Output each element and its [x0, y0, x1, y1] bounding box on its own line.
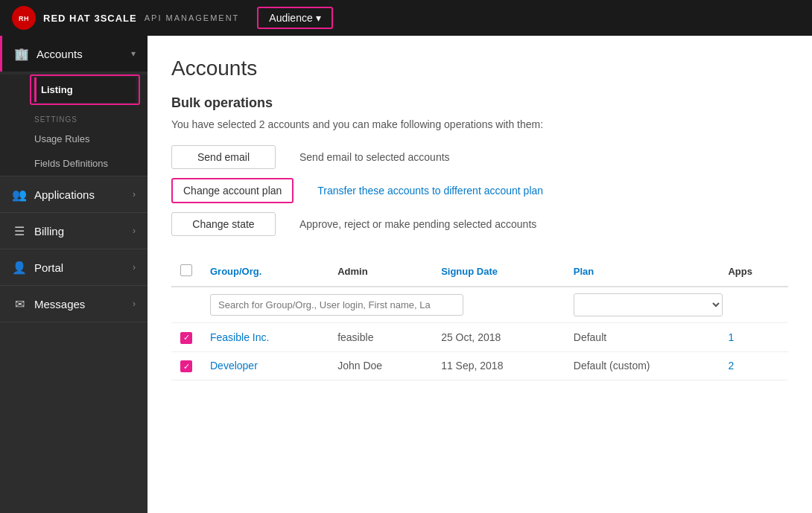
search-checkbox-cell — [171, 287, 201, 323]
brand-logo: RH — [12, 6, 36, 30]
row1-checkbox-cell: ✓ — [171, 323, 201, 352]
portal-icon: 👤 — [12, 260, 27, 275]
row2-checkbox-cell: ✓ — [171, 351, 201, 380]
messages-chevron: › — [133, 299, 136, 309]
change-state-button[interactable]: Change state — [171, 212, 276, 236]
row2-signup-date: 11 Sep, 2018 — [432, 351, 565, 380]
sidebar-section-billing: ☰ Billing › — [0, 213, 148, 249]
messages-icon: ✉ — [12, 296, 27, 311]
row1-group-link[interactable]: Feasible Inc. — [210, 331, 269, 343]
col-apps: Apps — [719, 257, 788, 287]
sidebar-applications-label: Applications — [34, 188, 95, 201]
sidebar-item-accounts[interactable]: 🏢 Accounts ▾ — [0, 36, 148, 71]
billing-chevron: › — [133, 226, 136, 236]
operation-row-send-email: Send email Send email to selected accoun… — [171, 145, 788, 169]
sidebar-section-accounts: 🏢 Accounts ▾ Listing Settings Usage Rule… — [0, 36, 148, 176]
accounts-chevron: ▾ — [131, 48, 136, 59]
sidebar-section-applications: 👥 Applications › — [0, 176, 148, 213]
col-admin: Admin — [329, 257, 432, 287]
plan-filter-select[interactable] — [574, 293, 723, 316]
audience-button[interactable]: Audience ▾ — [257, 7, 332, 29]
search-row — [171, 287, 788, 323]
svg-text:RH: RH — [19, 15, 29, 22]
sidebar-billing-label: Billing — [34, 225, 64, 238]
row1-apps-link[interactable]: 1 — [728, 331, 734, 343]
page-title: Accounts — [171, 57, 788, 80]
search-input[interactable] — [210, 294, 463, 316]
row1-signup-date: 25 Oct, 2018 — [432, 323, 565, 352]
row1-group: Feasible Inc. — [201, 323, 329, 352]
row1-apps: 1 — [719, 323, 788, 352]
table-row: ✓ Feasible Inc. feasible 25 Oct, 2018 De… — [171, 323, 788, 352]
col-checkbox — [171, 257, 201, 287]
sidebar-item-fields-definitions[interactable]: Fields Definitions — [0, 151, 148, 176]
row2-apps: 2 — [719, 351, 788, 380]
accounts-table: Group/Org. Admin Signup Date Plan Apps — [171, 257, 788, 380]
main-content: Accounts Bulk operations You have select… — [148, 36, 812, 513]
row2-admin: John Doe — [329, 351, 432, 380]
col-group-org[interactable]: Group/Org. — [201, 257, 329, 287]
sidebar-item-billing[interactable]: ☰ Billing › — [0, 213, 148, 249]
sidebar-item-listing[interactable]: Listing — [34, 77, 136, 102]
sidebar-item-usage-rules[interactable]: Usage Rules — [0, 127, 148, 151]
sidebar-portal-label: Portal — [34, 261, 63, 274]
send-email-button[interactable]: Send email — [171, 145, 276, 169]
row2-group: Developer — [201, 351, 329, 380]
sidebar-section-messages: ✉ Messages › — [0, 286, 148, 322]
brand-name: RED HAT 3SCALE — [43, 13, 137, 24]
sidebar-item-applications[interactable]: 👥 Applications › — [0, 176, 148, 212]
change-plan-description: Transfer these accounts to different acc… — [317, 185, 543, 197]
row1-plan: Default — [565, 323, 720, 352]
table-row: ✓ Developer John Doe 11 Sep, 2018 Defaul… — [171, 351, 788, 380]
row2-plan: Default (custom) — [565, 351, 720, 380]
select-all-checkbox[interactable] — [180, 264, 192, 276]
sidebar-accounts-sub: Listing Settings Usage Rules Fields Defi… — [0, 74, 148, 176]
billing-icon: ☰ — [12, 223, 27, 238]
table-header-row: Group/Org. Admin Signup Date Plan Apps — [171, 257, 788, 287]
bulk-operations-title: Bulk operations — [171, 95, 788, 111]
sidebar-item-messages[interactable]: ✉ Messages › — [0, 286, 148, 322]
sidebar-messages-label: Messages — [34, 298, 85, 310]
operation-row-change-state: Change state Approve, reject or make pen… — [171, 212, 788, 236]
change-state-description: Approve, reject or make pending selected… — [299, 218, 536, 230]
applications-icon: 👥 — [12, 187, 27, 202]
change-account-plan-button[interactable]: Change account plan — [171, 178, 294, 203]
brand-sub: API MANAGEMENT — [145, 13, 240, 22]
bulk-operations: Bulk operations You have selected 2 acco… — [171, 95, 788, 236]
sidebar-item-portal[interactable]: 👤 Portal › — [0, 249, 148, 285]
top-nav: RH RED HAT 3SCALE API MANAGEMENT Audienc… — [0, 0, 812, 36]
bulk-operations-description: You have selected 2 accounts and you can… — [171, 118, 788, 130]
send-email-description: Send email to selected accounts — [299, 151, 450, 163]
row1-checkbox[interactable]: ✓ — [180, 332, 192, 344]
brand: RH RED HAT 3SCALE API MANAGEMENT — [12, 6, 239, 30]
operation-row-change-plan: Change account plan Transfer these accou… — [171, 178, 788, 203]
settings-label: Settings — [0, 108, 148, 127]
row2-checkbox[interactable]: ✓ — [180, 360, 192, 372]
sidebar-accounts-label: Accounts — [37, 48, 83, 60]
plan-filter-cell — [565, 287, 788, 323]
portal-chevron: › — [133, 262, 136, 273]
search-cell — [201, 287, 565, 323]
applications-chevron: › — [133, 189, 136, 200]
row1-admin: feasible — [329, 323, 432, 352]
row2-group-link[interactable]: Developer — [210, 360, 258, 372]
sidebar-section-portal: 👤 Portal › — [0, 249, 148, 286]
accounts-icon: 🏢 — [14, 46, 29, 61]
accounts-table-section: Group/Org. Admin Signup Date Plan Apps — [171, 257, 788, 380]
col-signup-date[interactable]: Signup Date — [432, 257, 565, 287]
row2-apps-link[interactable]: 2 — [728, 360, 734, 372]
sidebar: 🏢 Accounts ▾ Listing Settings Usage Rule… — [0, 36, 148, 513]
col-plan[interactable]: Plan — [565, 257, 720, 287]
